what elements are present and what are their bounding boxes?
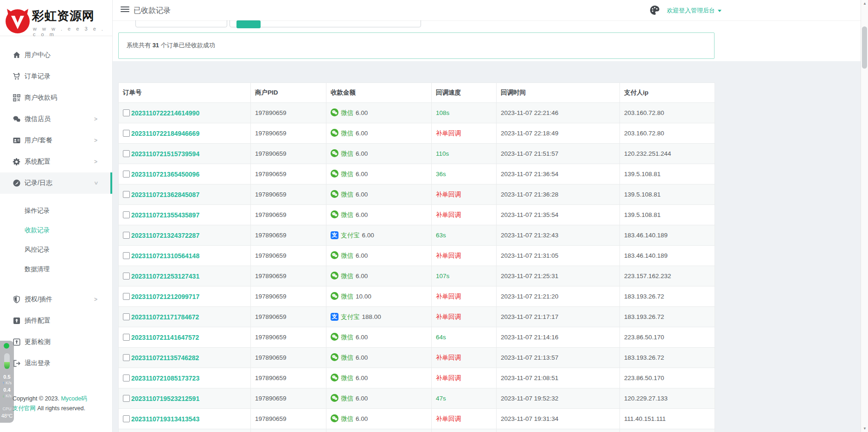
row-checkbox[interactable]	[123, 273, 130, 280]
amount-cell: 微信6.00	[326, 164, 432, 184]
sidebar-item-compass[interactable]: 记录/日志>	[0, 172, 112, 194]
sidebar-item-shield[interactable]: 授权/插件>	[0, 289, 112, 310]
row-checkbox[interactable]	[123, 334, 130, 341]
order-number-link[interactable]: 2023110719313413543	[131, 415, 199, 423]
row-checkbox[interactable]	[123, 109, 130, 116]
column-header: 商户PID	[251, 83, 326, 103]
order-number-link[interactable]: 2023110721212099717	[131, 293, 199, 300]
wechat-pay-icon	[331, 333, 338, 342]
order-number-link[interactable]: 2023110721355435897	[131, 211, 199, 219]
column-header: 订单号	[119, 83, 251, 103]
sidebar-subitem[interactable]: 收款记录	[0, 221, 112, 240]
top-navbar: 已收款记录 欢迎登入管理后台	[112, 0, 861, 20]
order-number-link[interactable]: 2023110721515739594	[131, 150, 199, 158]
theme-palette-icon[interactable]	[649, 5, 660, 16]
table-row: 2023110721141647572197890659微信6.0064s202…	[119, 327, 715, 348]
search-button[interactable]	[236, 20, 261, 28]
sidebar-item-qrcode[interactable]: 商户收款码	[0, 87, 112, 108]
order-cell: 2023110721135746282	[119, 348, 251, 368]
order-number-link[interactable]: 2023110721171784672	[131, 313, 199, 321]
sidebar-item-logout[interactable]: 退出登录	[0, 353, 112, 374]
arrow-up-icon: ↑	[2, 381, 5, 385]
order-number-link[interactable]: 2023110721135746282	[131, 354, 199, 362]
page-scrollbar[interactable]: ▲ ▼	[861, 0, 868, 432]
sidebar-item-wechat[interactable]: 微信店员>	[0, 108, 112, 130]
row-checkbox[interactable]	[123, 191, 130, 198]
amount-cell: 微信6.00	[326, 246, 432, 266]
sidebar-subitem[interactable]: 操作记录	[0, 201, 112, 221]
row-checkbox[interactable]	[123, 130, 130, 137]
sidebar: 彩虹资源网 w w w . e e 3 e . c o m 用户中心订单记录商户…	[0, 0, 113, 432]
order-number-link[interactable]: 2023110721141647572	[131, 334, 199, 341]
amount-value: 6.00	[356, 415, 368, 422]
welcome-dropdown[interactable]: 欢迎登入管理后台	[667, 0, 721, 20]
row-checkbox[interactable]	[123, 252, 130, 259]
row-checkbox[interactable]	[123, 395, 130, 402]
chevron-right-icon: >	[94, 116, 97, 122]
qrcode-icon	[12, 93, 21, 102]
channel-name: 微信	[341, 252, 353, 260]
channel-name: 微信	[341, 374, 353, 382]
table-row: 2023110721135746282197890659微信6.00补单回调20…	[119, 348, 715, 368]
table-row: 2023110719523212591197890659微信6.0047s202…	[119, 388, 715, 409]
status-dot-icon	[4, 343, 9, 349]
row-checkbox[interactable]	[123, 354, 130, 361]
row-checkbox[interactable]	[123, 415, 130, 422]
wechat-pay-icon	[331, 251, 338, 260]
order-number-link[interactable]: 2023110722184946669	[131, 130, 199, 137]
order-number-link[interactable]: 2023110721085173723	[131, 375, 199, 382]
row-checkbox[interactable]	[123, 293, 130, 300]
row-checkbox[interactable]	[123, 211, 130, 218]
callback-time-cell: 2023-11-07 21:36:28	[497, 184, 620, 205]
scrollbar-thumb[interactable]	[862, 26, 867, 69]
sidebar-subitem[interactable]: 数据清理	[0, 260, 112, 279]
order-number-link[interactable]: 2023110721362845087	[131, 191, 199, 198]
memory-gauge-icon	[4, 353, 10, 369]
merchant-pid-cell: 197890659	[251, 164, 326, 184]
table-row: 2023110721310564148197890659微信6.00补单回调20…	[119, 246, 715, 266]
row-checkbox[interactable]	[123, 375, 130, 381]
amount-value: 6.00	[356, 334, 368, 341]
merchant-pid-cell: 197890659	[251, 225, 326, 246]
sidebar-item-update-box[interactable]: 更新检测	[0, 331, 112, 353]
summary-alert: 系统共有 31 个订单已经收款成功	[118, 32, 715, 59]
order-cell: 2023110719265687431	[119, 429, 251, 432]
wechat-pay-icon	[331, 374, 338, 383]
order-number-link[interactable]: 2023110719523212591	[131, 395, 199, 402]
row-checkbox[interactable]	[123, 232, 130, 239]
scroll-up-arrow-icon[interactable]: ▲	[861, 1, 868, 6]
order-number-link[interactable]: 2023110721365450096	[131, 171, 199, 178]
sidebar-subitem[interactable]: 风控记录	[0, 240, 112, 260]
order-number-link[interactable]: 2023110721253127431	[131, 273, 199, 280]
order-count: 31	[153, 42, 159, 49]
channel-name: 微信	[341, 170, 353, 178]
wechat-pay-icon	[331, 210, 338, 220]
system-monitor-widget[interactable]: 0.5 ↑ K/s 0.4 ↓ K/s CPU 48°C	[0, 341, 14, 423]
brand-logo-block[interactable]: 彩虹资源网 w w w . e e 3 e . c o m	[0, 0, 112, 36]
callback-time-cell: 2023-11-07 21:51:57	[497, 144, 620, 164]
order-number-link[interactable]: 2023110721324372287	[131, 232, 199, 239]
channel-name: 微信	[341, 394, 353, 403]
row-checkbox[interactable]	[123, 313, 130, 320]
sidebar-item-home[interactable]: 用户中心	[0, 44, 112, 66]
order-number-link[interactable]: 2023110721310564148	[131, 252, 199, 260]
row-checkbox[interactable]	[123, 171, 130, 178]
arrow-down-icon: ↓	[2, 394, 5, 398]
order-number-link[interactable]: 2023110722214614990	[131, 109, 199, 117]
sidebar-item-gear[interactable]: 系统配置>	[0, 151, 112, 172]
menu-toggle-icon[interactable]	[121, 6, 129, 13]
callback-speed-value: 110s	[436, 150, 449, 157]
wechat-pay-icon	[331, 272, 338, 281]
sidebar-item-id-card[interactable]: 用户/套餐>	[0, 130, 112, 151]
row-checkbox[interactable]	[123, 150, 130, 157]
table-header-row: 订单号商户PID收款金额回调速度回调时间支付人ip	[119, 83, 715, 103]
amount-value: 6.00	[356, 375, 368, 381]
payer-ip-cell: 183.46.140.189	[620, 246, 715, 266]
order-cell: 2023110721310564148	[119, 246, 251, 266]
sidebar-item-plugin-box[interactable]: 插件配置	[0, 310, 112, 331]
sidebar-item-cart[interactable]: 订单记录	[0, 66, 112, 87]
scroll-down-arrow-icon[interactable]: ▼	[861, 426, 868, 431]
amount-value: 6.00	[356, 354, 368, 361]
amount-cell: 微信6.00	[326, 368, 432, 388]
wechat-pay-icon	[331, 149, 338, 159]
